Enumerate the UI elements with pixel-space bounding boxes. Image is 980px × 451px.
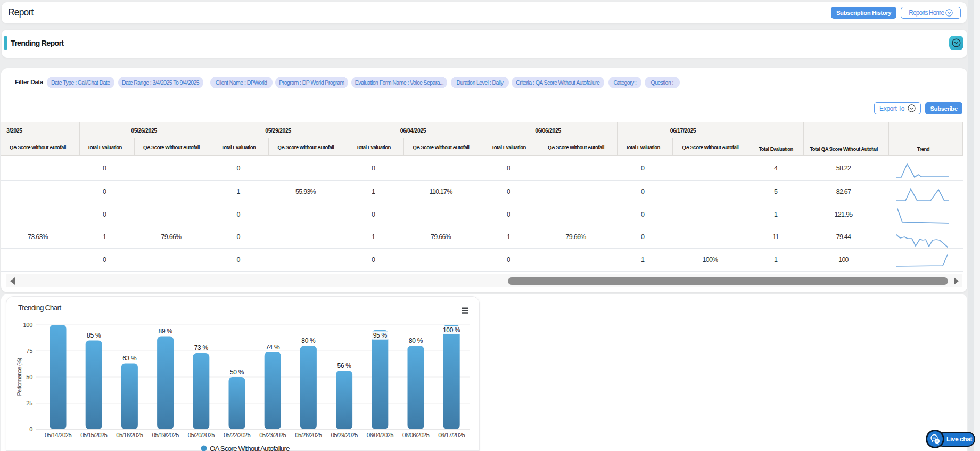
svg-text:05/29/2025: 05/29/2025 <box>331 432 358 438</box>
svg-text:05/20/2025: 05/20/2025 <box>188 432 215 438</box>
svg-text:05/26/2025: 05/26/2025 <box>295 432 322 438</box>
svg-text:100 %: 100 % <box>443 326 460 334</box>
svg-text:100: 100 <box>23 322 33 328</box>
svg-text:89 %: 89 % <box>159 327 173 335</box>
svg-text:05/15/2025: 05/15/2025 <box>80 432 107 438</box>
svg-text:06/06/2025: 06/06/2025 <box>402 432 429 438</box>
svg-text:74 %: 74 % <box>266 343 280 351</box>
svg-text:05/23/2025: 05/23/2025 <box>259 432 286 438</box>
svg-text:50 %: 50 % <box>230 368 244 376</box>
svg-text:75: 75 <box>26 348 32 354</box>
svg-text:06/04/2025: 06/04/2025 <box>367 432 393 438</box>
svg-text:25: 25 <box>26 400 32 406</box>
svg-text:80 %: 80 % <box>409 337 423 345</box>
svg-text:06/17/2025: 06/17/2025 <box>438 432 465 438</box>
svg-text:50: 50 <box>26 374 32 380</box>
svg-text:05/22/2025: 05/22/2025 <box>224 432 250 438</box>
svg-text:Trending Chart: Trending Chart <box>18 304 61 312</box>
svg-text:85 %: 85 % <box>87 332 101 339</box>
svg-text:0: 0 <box>29 426 32 432</box>
svg-text:95 %: 95 % <box>373 332 388 339</box>
svg-text:80 %: 80 % <box>301 337 316 345</box>
svg-text:Performance (%): Performance (%) <box>16 358 22 396</box>
svg-text:56 %: 56 % <box>337 362 352 370</box>
svg-text:73 %: 73 % <box>194 344 209 351</box>
svg-text:05/14/2025: 05/14/2025 <box>45 432 71 438</box>
svg-text:63 %: 63 % <box>122 355 137 362</box>
svg-text:QA Score Without Autofailure: QA Score Without Autofailure <box>210 445 290 451</box>
svg-text:05/16/2025: 05/16/2025 <box>116 432 143 438</box>
svg-text:05/19/2025: 05/19/2025 <box>152 432 179 438</box>
